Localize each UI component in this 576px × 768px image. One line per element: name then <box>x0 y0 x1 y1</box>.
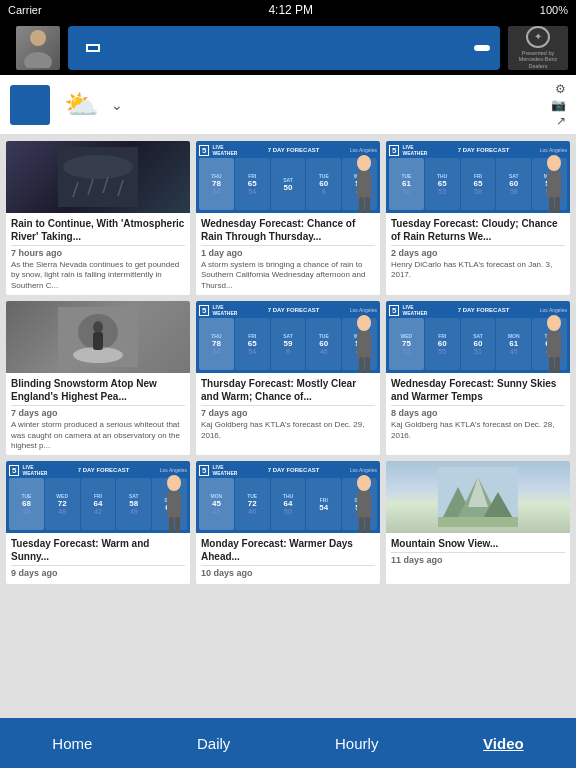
card-info: Wednesday Forecast: Sunny Skies and Warm… <box>386 373 570 445</box>
svg-rect-10 <box>359 197 364 213</box>
svg-point-8 <box>357 155 371 171</box>
news-card-2[interactable]: 5 LIVEWEATHER 7 DAY FORECAST Los Angeles… <box>196 141 380 295</box>
settings-item[interactable]: ⚙ <box>547 82 566 96</box>
svg-point-21 <box>357 315 371 331</box>
svg-rect-23 <box>359 357 364 373</box>
thumb-rain <box>6 141 190 213</box>
news-card-5[interactable]: 5 LIVEWEATHER 7 DAY FORECAST Los Angeles… <box>196 301 380 455</box>
day-low: 54 <box>248 188 256 195</box>
card-desc: Kaj Goldberg has KTLA's forecast on Dec.… <box>201 420 375 441</box>
card-title: Thursday Forecast: Mostly Clear and Warm… <box>201 377 375 403</box>
day-high: 60 <box>319 179 328 188</box>
day-low: 58 <box>510 188 518 195</box>
bottom-navigation: Home Daily Hourly Video <box>0 718 576 768</box>
card-title: Monday Forecast: Warmer Days Ahead... <box>201 537 375 563</box>
forecast-live-text: LIVEWEATHER <box>212 304 237 316</box>
day-high: 75 <box>402 339 411 348</box>
forecast-day-2: SAT 60 51 <box>461 318 496 370</box>
host-avatar <box>16 26 60 70</box>
header-actions: ⚙ 📷 ↗ <box>547 82 566 128</box>
day-high: 65 <box>248 179 257 188</box>
forecast-thumb: 5 LIVEWEATHER 7 DAY FORECAST Los Angeles… <box>6 461 190 533</box>
day-low: 54 <box>213 348 221 355</box>
day-high: 64 <box>94 499 103 508</box>
forecast-live-text: LIVEWEATHER <box>212 464 237 476</box>
location-dropdown-icon[interactable]: ⌄ <box>111 97 123 113</box>
forecast-day-2: FRI 64 42 <box>81 478 116 530</box>
news-card-9[interactable]: Mountain Snow View... 11 days ago <box>386 461 570 584</box>
forecast-live-text: LIVEWEATHER <box>402 304 427 316</box>
news-card-6[interactable]: 5 LIVEWEATHER 7 DAY FORECAST Los Angeles… <box>386 301 570 455</box>
nav-hourly[interactable]: Hourly <box>315 727 398 760</box>
forecast-5-badge: 5 <box>199 305 209 316</box>
day-high: 65 <box>474 179 483 188</box>
top-banner: Presented byMercedes-BenzDealers <box>0 20 576 75</box>
card-info: Thursday Forecast: Mostly Clear and Warm… <box>196 373 380 445</box>
forecast-day-1: FRI 65 54 <box>235 318 270 370</box>
nav-home[interactable]: Home <box>32 727 112 760</box>
card-info: Tuesday Forecast: Warm and Sunny... 9 da… <box>6 533 190 584</box>
day-low: 42 <box>94 508 102 515</box>
day-low: 48 <box>58 508 66 515</box>
card-time: 8 days ago <box>391 408 565 418</box>
forecast-5-badge: 5 <box>199 465 209 476</box>
card-desc: A storm system is bringing a chance of r… <box>201 260 375 291</box>
forecast-live-text: LIVEWEATHER <box>212 144 237 156</box>
forecast-day-0: MON 45 45 <box>199 478 234 530</box>
card-info: Tuesday Forecast: Cloudy; Chance of Rain… <box>386 213 570 285</box>
day-high: 58 <box>129 499 138 508</box>
svg-rect-14 <box>549 197 554 213</box>
anchor-figure <box>350 473 378 533</box>
svg-point-12 <box>547 155 561 171</box>
share-item[interactable]: ↗ <box>547 114 566 128</box>
news-card-1[interactable]: Rain to Continue, With 'Atmospheric Rive… <box>6 141 190 295</box>
svg-rect-9 <box>357 171 371 199</box>
forecast-thumb: 5 LIVEWEATHER 7 DAY FORECAST Los Angeles… <box>386 301 570 373</box>
forecast-day-2: FRI 65 58 <box>461 158 496 210</box>
day-low: 45 <box>510 348 518 355</box>
svg-rect-27 <box>549 357 554 373</box>
thumb-snow <box>6 301 190 373</box>
news-card-3[interactable]: 5 LIVEWEATHER 7 DAY FORECAST Los Angeles… <box>386 141 570 295</box>
subscribe-button[interactable] <box>474 45 490 51</box>
anchor-figure <box>540 153 568 213</box>
svg-point-25 <box>547 315 561 331</box>
day-high: 60 <box>319 339 328 348</box>
day-high: 65 <box>248 339 257 348</box>
day-low: 8 <box>286 348 290 355</box>
card-time: 7 days ago <box>201 408 375 418</box>
card-title: Tuesday Forecast: Warm and Sunny... <box>11 537 185 563</box>
svg-rect-34 <box>357 491 371 519</box>
forecast-day-2: THU 64 50 <box>271 478 306 530</box>
channel5-badge <box>10 85 50 125</box>
news-card-8[interactable]: 5 LIVEWEATHER 7 DAY FORECAST Los Angeles… <box>196 461 380 584</box>
ktla-logo <box>86 44 100 52</box>
svg-rect-36 <box>365 517 370 533</box>
mercedes-text: Presented byMercedes-BenzDealers <box>519 50 558 70</box>
nav-daily[interactable]: Daily <box>177 727 250 760</box>
share-icon: ↗ <box>556 114 566 128</box>
news-card-7[interactable]: 5 LIVEWEATHER 7 DAY FORECAST Los Angeles… <box>6 461 190 584</box>
news-card-4[interactable]: Blinding Snowstorm Atop New England's Hi… <box>6 301 190 455</box>
forecast-7day-label: 7 DAY FORECAST <box>268 307 320 313</box>
card-time: 9 days ago <box>11 568 185 578</box>
forecast-day-1: THU 65 53 <box>425 158 460 210</box>
svg-rect-35 <box>359 517 364 533</box>
card-info: Rain to Continue, With 'Atmospheric Rive… <box>6 213 190 295</box>
day-low: 50 <box>284 508 292 515</box>
nav-video[interactable]: Video <box>463 727 544 760</box>
day-low: 48 <box>23 508 31 515</box>
svg-point-3 <box>63 155 133 179</box>
submit-item[interactable]: 📷 <box>547 98 566 112</box>
forecast-day-3: SAT 60 58 <box>496 158 531 210</box>
svg-rect-30 <box>167 491 181 519</box>
weather-cloud-icon: ⛅ <box>64 88 99 121</box>
card-title: Blinding Snowstorm Atop New England's Hi… <box>11 377 185 403</box>
card-title: Tuesday Forecast: Cloudy; Chance of Rain… <box>391 217 565 243</box>
svg-rect-13 <box>547 171 561 199</box>
forecast-day-0: TUE 68 48 <box>9 478 44 530</box>
day-high: 60 <box>474 339 483 348</box>
svg-rect-31 <box>169 517 174 533</box>
forecast-day-1: FRI 65 54 <box>235 158 270 210</box>
forecast-day-0: THU 78 54 <box>199 158 234 210</box>
